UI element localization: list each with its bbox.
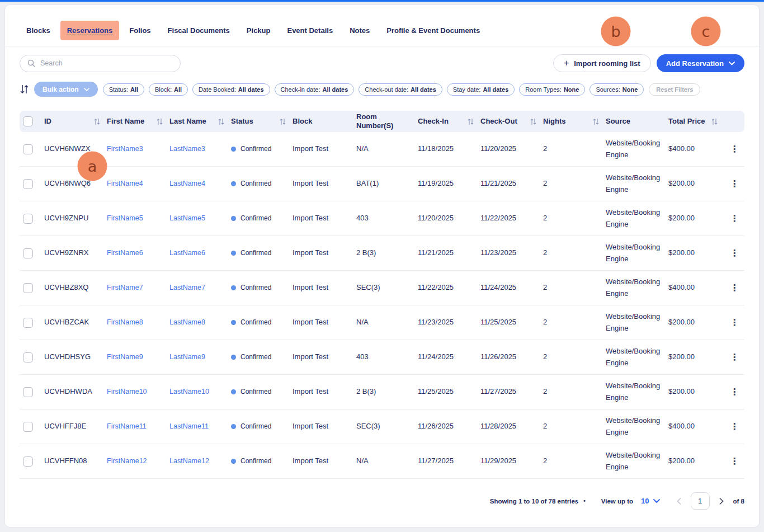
row-checkbox[interactable] [23, 387, 33, 397]
filter-pill-stay-date[interactable]: Stay date: All dates [447, 83, 515, 96]
filter-pill-date-booked[interactable]: Date Booked: All dates [192, 83, 270, 96]
row-actions-menu[interactable]: ⋮ [728, 351, 741, 364]
cell-actions: ⋮ [724, 455, 744, 468]
cell-total-price: $200.00 [668, 455, 724, 467]
first-name-link[interactable]: FirstName5 [107, 214, 143, 222]
first-name-link[interactable]: FirstName7 [107, 284, 143, 291]
last-name-link[interactable]: LastName3 [169, 145, 205, 153]
row-actions-menu[interactable]: ⋮ [728, 143, 741, 156]
first-name-link[interactable]: FirstName6 [107, 249, 143, 257]
sort-toggle-icon[interactable] [711, 118, 718, 125]
row-checkbox[interactable] [23, 144, 33, 154]
first-name-link[interactable]: FirstName3 [107, 145, 143, 153]
filter-pill-check-out-date[interactable]: Check-out date: All dates [359, 83, 442, 96]
row-actions-menu[interactable]: ⋮ [728, 247, 741, 260]
row-actions-menu[interactable]: ⋮ [728, 385, 741, 399]
first-name-link[interactable]: FirstName9 [107, 353, 143, 361]
row-checkbox[interactable] [23, 214, 33, 224]
last-name-link[interactable]: LastName9 [169, 353, 205, 361]
row-actions-menu[interactable]: ⋮ [728, 420, 741, 434]
current-page-input[interactable] [691, 492, 710, 510]
status-label: Confirmed [240, 421, 271, 432]
column-header-label: Status [231, 117, 253, 126]
entries-summary-text: Showing 1 to 10 of 78 entries [490, 498, 578, 505]
import-rooming-list-button[interactable]: + Import rooming list [553, 54, 651, 72]
row-actions-menu[interactable]: ⋮ [728, 212, 741, 225]
column-header-nights[interactable]: Nights [543, 117, 606, 126]
first-name-link[interactable]: FirstName10 [107, 388, 147, 396]
reset-filters-button[interactable]: Reset Filters [649, 83, 700, 96]
sort-toggle-icon[interactable] [157, 118, 163, 125]
tab-reservations[interactable]: Reservations [60, 21, 120, 40]
column-header-first-name[interactable]: First Name [107, 117, 169, 126]
tab-folios[interactable]: Folios [122, 21, 157, 40]
row-checkbox[interactable] [23, 283, 33, 293]
last-name-link[interactable]: LastName11 [169, 422, 209, 430]
tab-event-details[interactable]: Event Details [280, 21, 339, 40]
row-checkbox[interactable] [23, 318, 33, 328]
cell-nights: 2 [543, 421, 606, 432]
last-name-link[interactable]: LastName7 [169, 284, 205, 291]
next-page-button[interactable] [718, 497, 725, 506]
row-checkbox[interactable] [23, 422, 33, 432]
first-name-link[interactable]: FirstName8 [107, 318, 143, 326]
column-header-check-out[interactable]: Check-Out [480, 117, 543, 126]
tab-fiscal-documents[interactable]: Fiscal Documents [161, 21, 237, 40]
tab-pickup[interactable]: Pickup [240, 21, 277, 40]
column-header-block[interactable]: Block [293, 117, 356, 126]
status-dot-icon [231, 181, 236, 186]
search-box[interactable] [20, 55, 181, 72]
cell-actions: ⋮ [724, 177, 744, 191]
column-header-check-in[interactable]: Check-In [418, 117, 480, 126]
last-name-link[interactable]: LastName5 [169, 214, 205, 222]
filter-pill-sources[interactable]: Sources: None [589, 83, 644, 96]
row-actions-menu[interactable]: ⋮ [728, 316, 741, 329]
last-name-link[interactable]: LastName10 [169, 388, 209, 396]
column-header-room-number-s[interactable]: Room Number(S) [356, 112, 418, 131]
cell-id: UCVHBZCAK [44, 317, 107, 328]
column-header-last-name[interactable]: Last Name [169, 117, 231, 126]
pagination: of 8 [676, 492, 744, 510]
column-header-source[interactable]: Source [606, 117, 668, 126]
previous-page-button[interactable] [676, 497, 682, 506]
row-actions-menu[interactable]: ⋮ [728, 281, 741, 295]
add-reservation-button[interactable]: Add Reservation [657, 54, 744, 72]
last-name-link[interactable]: LastName12 [169, 457, 209, 465]
last-name-link[interactable]: LastName6 [169, 249, 205, 257]
filter-pill-room-types[interactable]: Room Types: None [519, 83, 585, 96]
sort-order-icon[interactable] [20, 84, 29, 95]
last-name-link[interactable]: LastName8 [169, 318, 205, 326]
first-name-link[interactable]: FirstName11 [107, 422, 147, 430]
row-actions-menu[interactable]: ⋮ [728, 455, 741, 468]
first-name-link[interactable]: FirstName4 [107, 180, 143, 187]
tab-profile-event-documents[interactable]: Profile & Event Documents [380, 21, 487, 40]
row-checkbox[interactable] [23, 456, 33, 467]
tab-blocks[interactable]: Blocks [20, 21, 57, 40]
cell-actions: ⋮ [724, 351, 744, 364]
select-all-checkbox[interactable] [23, 116, 33, 126]
status-label: Confirmed [240, 387, 271, 397]
filter-pill-status[interactable]: Status: All [103, 83, 144, 96]
column-header-status[interactable]: Status [231, 117, 293, 126]
sort-toggle-icon[interactable] [94, 118, 100, 125]
last-name-link[interactable]: LastName4 [169, 180, 205, 187]
tab-notes[interactable]: Notes [343, 21, 376, 40]
row-checkbox[interactable] [23, 248, 33, 258]
row-checkbox[interactable] [23, 179, 33, 189]
search-input[interactable] [40, 59, 173, 67]
sort-toggle-icon[interactable] [593, 118, 599, 125]
column-header-total-price[interactable]: Total Price [668, 117, 724, 126]
sort-toggle-icon[interactable] [468, 118, 474, 125]
sort-toggle-icon[interactable] [280, 118, 286, 125]
filter-pill-label: Room Types: [525, 86, 562, 93]
first-name-link[interactable]: FirstName12 [107, 457, 147, 465]
row-actions-menu[interactable]: ⋮ [728, 177, 741, 191]
sort-toggle-icon[interactable] [218, 118, 224, 125]
bulk-action-button[interactable]: Bulk action [34, 82, 98, 97]
sort-toggle-icon[interactable] [530, 118, 536, 125]
page-size-dropdown[interactable]: 10 [641, 497, 659, 505]
column-header-id[interactable]: ID [44, 117, 107, 126]
row-checkbox[interactable] [23, 352, 33, 362]
filter-pill-block[interactable]: Block: All [149, 83, 188, 96]
filter-pill-check-in-date[interactable]: Check-in date: All dates [275, 83, 355, 96]
